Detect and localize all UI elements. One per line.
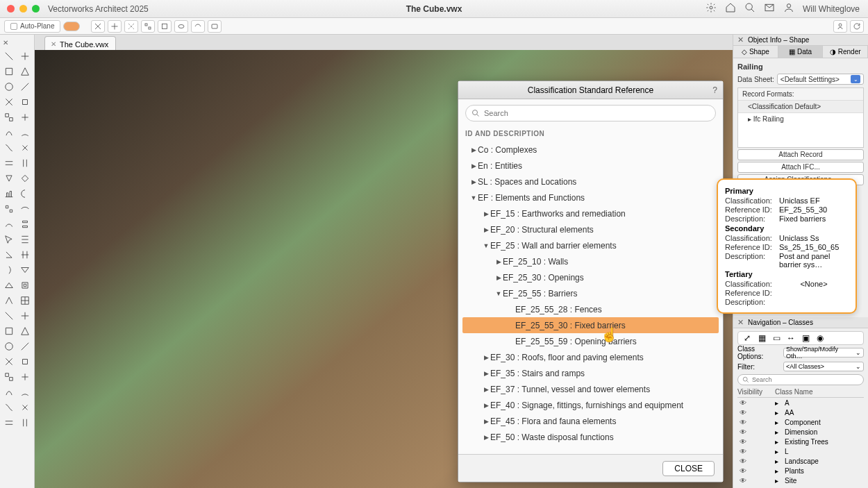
palette-tool-icon[interactable]: [18, 263, 33, 277]
class-row[interactable]: 👁▸Site: [737, 476, 864, 485]
palette-tool-icon[interactable]: [1, 141, 17, 155]
visibility-icon[interactable]: 👁: [737, 448, 749, 455]
tab-shape[interactable]: ◇ Shape: [733, 46, 778, 58]
class-row[interactable]: 👁▸AA: [737, 407, 864, 417]
palette-tool-icon[interactable]: [18, 65, 33, 78]
tree-row[interactable]: ▶SL : Spaces and Locations: [462, 174, 719, 190]
palette-tool-icon[interactable]: [1, 233, 17, 246]
palette-tool-icon[interactable]: [18, 401, 33, 414]
palette-tool-icon[interactable]: [18, 248, 33, 262]
palette-tool-icon[interactable]: [1, 370, 17, 384]
palette-tool-icon[interactable]: [1, 217, 17, 231]
tree-row[interactable]: ▼EF : Elements and Functions: [462, 190, 719, 205]
nav-icon[interactable]: ◉: [814, 333, 826, 343]
palette-tool-icon[interactable]: [18, 385, 33, 399]
palette-tool-icon[interactable]: [1, 202, 17, 216]
tree-row[interactable]: EF_25_55_59 : Opening barriers: [462, 333, 719, 349]
palette-tool-icon[interactable]: [1, 49, 17, 63]
palette-tool-icon[interactable]: [1, 294, 17, 308]
tree-row[interactable]: ▶EF_40 : Signage, fittings, furnishings …: [462, 397, 719, 413]
visibility-icon[interactable]: 👁: [737, 428, 749, 436]
nav-icon[interactable]: ⤢: [741, 333, 753, 343]
palette-tool-icon[interactable]: [18, 187, 33, 201]
tool-icon[interactable]: [191, 20, 205, 33]
tool-icon[interactable]: [91, 20, 105, 33]
class-row[interactable]: 👁▸A: [737, 398, 864, 407]
palette-tool-icon[interactable]: [1, 156, 17, 170]
class-row[interactable]: 👁▸Dimension: [737, 427, 864, 437]
close-window-icon[interactable]: [7, 5, 15, 12]
record-format-item[interactable]: <Classification Default>: [738, 101, 863, 113]
palette-tool-icon[interactable]: [1, 263, 17, 277]
palette-tool-icon[interactable]: [18, 95, 33, 109]
palette-tool-icon[interactable]: [18, 80, 33, 94]
minimize-window-icon[interactable]: [19, 5, 27, 12]
auto-plane-button[interactable]: Auto-Plane: [4, 20, 60, 33]
palette-tool-icon[interactable]: [1, 65, 17, 78]
palette-tool-icon[interactable]: [18, 233, 33, 246]
visibility-icon[interactable]: 👁: [737, 477, 749, 485]
palette-tool-icon[interactable]: [1, 309, 17, 323]
search-icon[interactable]: [744, 2, 756, 15]
palette-tool-icon[interactable]: [18, 278, 33, 292]
tree-row[interactable]: ▶EF_25_10 : Walls: [462, 253, 719, 269]
user-icon[interactable]: [783, 2, 794, 15]
tool-icon[interactable]: [174, 20, 188, 33]
gear-icon[interactable]: [706, 2, 717, 15]
palette-tool-icon[interactable]: [18, 126, 33, 140]
tree-row[interactable]: EF_25_55_28 : Fences: [462, 301, 719, 317]
palette-tool-icon[interactable]: [18, 370, 33, 384]
tree-row[interactable]: ▼EF_25_55 : Barriers: [462, 285, 719, 301]
palette-tool-icon[interactable]: [18, 294, 33, 308]
palette-tool-icon[interactable]: [1, 95, 17, 109]
nav-icon[interactable]: ▭: [770, 333, 783, 343]
tree-row[interactable]: ▶EF_30 : Roofs, floor and paving element…: [462, 349, 719, 365]
class-row[interactable]: 👁▸L: [737, 446, 864, 456]
home-icon[interactable]: [725, 2, 736, 15]
palette-tool-icon[interactable]: [18, 355, 33, 369]
palette-tool-icon[interactable]: [1, 110, 17, 124]
attach-record-button[interactable]: Attach Record: [737, 149, 864, 160]
data-sheet-select[interactable]: <Default Setttings>⌄: [777, 74, 864, 85]
nav-mode-icons[interactable]: ⤢ ▦ ▭ ↔ ▣ ◉: [737, 331, 864, 345]
close-tab-icon[interactable]: ✕: [51, 40, 56, 48]
plane-toggle-icon[interactable]: [63, 22, 80, 31]
palette-tool-icon[interactable]: [1, 355, 17, 369]
dialog-close-button[interactable]: CLOSE: [662, 461, 715, 476]
dialog-search-input[interactable]: [484, 109, 710, 117]
nav-icon[interactable]: ▣: [799, 333, 812, 343]
tab-render[interactable]: ◑ Render: [823, 46, 868, 58]
palette-tool-icon[interactable]: [1, 248, 17, 262]
tree-row[interactable]: ▶EF_20 : Structural elements: [462, 221, 719, 237]
palette-tool-icon[interactable]: [1, 385, 17, 399]
mail-icon[interactable]: [764, 2, 775, 15]
tree-row[interactable]: ▶EF_37 : Tunnel, vessel and tower elemen…: [462, 381, 719, 397]
dialog-search-box[interactable]: [465, 105, 716, 121]
tree-row[interactable]: ▶EF_35 : Stairs and ramps: [462, 365, 719, 381]
visibility-icon[interactable]: 👁: [737, 419, 749, 426]
attach-ifc-button[interactable]: Attach IFC...: [737, 162, 864, 173]
palette-tool-icon[interactable]: [18, 171, 33, 185]
close-panel-icon[interactable]: ✕: [737, 318, 744, 327]
tree-row[interactable]: ▶EF_45 : Flora and fauna elements: [462, 413, 719, 429]
class-row[interactable]: 👁▸Component: [737, 417, 864, 427]
palette-tool-icon[interactable]: [18, 324, 33, 338]
tree-row[interactable]: ▶EF_50 : Waste disposal functions: [462, 429, 719, 445]
visibility-icon[interactable]: 👁: [737, 457, 749, 465]
refresh-icon[interactable]: [850, 20, 864, 33]
nav-icon[interactable]: ▦: [756, 333, 768, 343]
tree-row[interactable]: ▶EF_25_30 : Openings: [462, 269, 719, 285]
palette-tool-icon[interactable]: [18, 309, 33, 323]
palette-tool-icon[interactable]: [18, 49, 33, 63]
palette-tool-icon[interactable]: [1, 278, 17, 292]
palette-tool-icon[interactable]: [18, 110, 33, 124]
visibility-icon[interactable]: 👁: [737, 399, 749, 407]
palette-tool-icon[interactable]: [18, 141, 33, 155]
class-row[interactable]: 👁▸Plants: [737, 466, 864, 476]
palette-tool-icon[interactable]: [18, 339, 33, 353]
palette-tool-icon[interactable]: [1, 416, 17, 430]
palette-tool-icon[interactable]: [1, 187, 17, 201]
nav-search-box[interactable]: [737, 374, 864, 385]
visibility-icon[interactable]: 👁: [737, 409, 749, 417]
tool-icon[interactable]: [208, 20, 222, 33]
